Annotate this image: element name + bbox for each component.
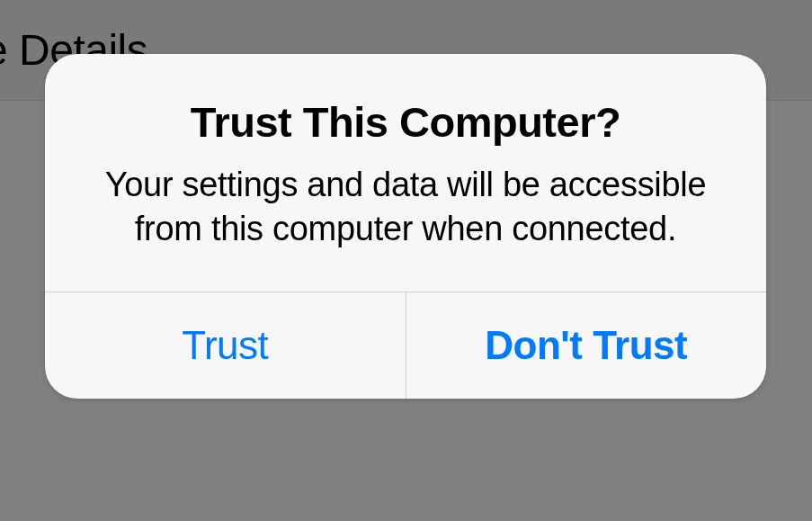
dialog-message: Your settings and data will be accessibl… xyxy=(99,163,712,252)
trust-dialog: Trust This Computer? Your settings and d… xyxy=(45,54,766,399)
dialog-button-row: Trust Don't Trust xyxy=(45,292,766,399)
trust-button[interactable]: Trust xyxy=(45,292,406,399)
dont-trust-button[interactable]: Don't Trust xyxy=(406,292,767,399)
dialog-content: Trust This Computer? Your settings and d… xyxy=(45,54,766,292)
dialog-title: Trust This Computer? xyxy=(99,97,712,147)
